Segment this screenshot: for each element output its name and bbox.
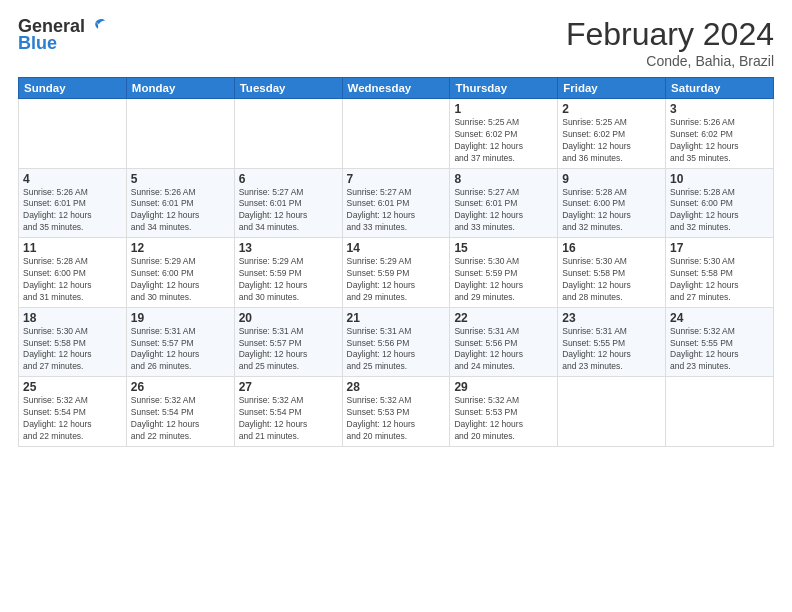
day-number: 10 <box>670 172 769 186</box>
day-header-monday: Monday <box>126 78 234 99</box>
day-info: Sunrise: 5:31 AM Sunset: 5:57 PM Dayligh… <box>131 326 230 374</box>
day-info: Sunrise: 5:25 AM Sunset: 6:02 PM Dayligh… <box>562 117 661 165</box>
day-info: Sunrise: 5:27 AM Sunset: 6:01 PM Dayligh… <box>454 187 553 235</box>
calendar-cell: 7Sunrise: 5:27 AM Sunset: 6:01 PM Daylig… <box>342 168 450 238</box>
week-row-3: 11Sunrise: 5:28 AM Sunset: 6:00 PM Dayli… <box>19 238 774 308</box>
month-title: February 2024 <box>566 16 774 53</box>
week-row-4: 18Sunrise: 5:30 AM Sunset: 5:58 PM Dayli… <box>19 307 774 377</box>
day-number: 23 <box>562 311 661 325</box>
day-number: 26 <box>131 380 230 394</box>
location: Conde, Bahia, Brazil <box>566 53 774 69</box>
day-number: 5 <box>131 172 230 186</box>
day-info: Sunrise: 5:27 AM Sunset: 6:01 PM Dayligh… <box>239 187 338 235</box>
day-info: Sunrise: 5:30 AM Sunset: 5:59 PM Dayligh… <box>454 256 553 304</box>
calendar-cell: 15Sunrise: 5:30 AM Sunset: 5:59 PM Dayli… <box>450 238 558 308</box>
day-number: 7 <box>347 172 446 186</box>
calendar-cell: 28Sunrise: 5:32 AM Sunset: 5:53 PM Dayli… <box>342 377 450 447</box>
day-number: 11 <box>23 241 122 255</box>
day-number: 17 <box>670 241 769 255</box>
day-number: 24 <box>670 311 769 325</box>
calendar-cell: 26Sunrise: 5:32 AM Sunset: 5:54 PM Dayli… <box>126 377 234 447</box>
day-info: Sunrise: 5:32 AM Sunset: 5:54 PM Dayligh… <box>23 395 122 443</box>
calendar-cell: 8Sunrise: 5:27 AM Sunset: 6:01 PM Daylig… <box>450 168 558 238</box>
calendar-cell: 22Sunrise: 5:31 AM Sunset: 5:56 PM Dayli… <box>450 307 558 377</box>
calendar-cell: 17Sunrise: 5:30 AM Sunset: 5:58 PM Dayli… <box>666 238 774 308</box>
title-block: February 2024 Conde, Bahia, Brazil <box>566 16 774 69</box>
day-number: 18 <box>23 311 122 325</box>
calendar-cell: 14Sunrise: 5:29 AM Sunset: 5:59 PM Dayli… <box>342 238 450 308</box>
calendar-cell: 29Sunrise: 5:32 AM Sunset: 5:53 PM Dayli… <box>450 377 558 447</box>
day-info: Sunrise: 5:31 AM Sunset: 5:55 PM Dayligh… <box>562 326 661 374</box>
calendar-cell: 11Sunrise: 5:28 AM Sunset: 6:00 PM Dayli… <box>19 238 127 308</box>
day-info: Sunrise: 5:32 AM Sunset: 5:53 PM Dayligh… <box>454 395 553 443</box>
calendar-cell: 18Sunrise: 5:30 AM Sunset: 5:58 PM Dayli… <box>19 307 127 377</box>
day-info: Sunrise: 5:31 AM Sunset: 5:56 PM Dayligh… <box>454 326 553 374</box>
calendar-cell: 4Sunrise: 5:26 AM Sunset: 6:01 PM Daylig… <box>19 168 127 238</box>
day-header-thursday: Thursday <box>450 78 558 99</box>
day-header-tuesday: Tuesday <box>234 78 342 99</box>
day-number: 2 <box>562 102 661 116</box>
week-row-5: 25Sunrise: 5:32 AM Sunset: 5:54 PM Dayli… <box>19 377 774 447</box>
day-number: 1 <box>454 102 553 116</box>
day-number: 27 <box>239 380 338 394</box>
week-row-1: 1Sunrise: 5:25 AM Sunset: 6:02 PM Daylig… <box>19 99 774 169</box>
calendar-cell: 3Sunrise: 5:26 AM Sunset: 6:02 PM Daylig… <box>666 99 774 169</box>
day-number: 12 <box>131 241 230 255</box>
calendar-cell <box>234 99 342 169</box>
day-number: 13 <box>239 241 338 255</box>
day-number: 16 <box>562 241 661 255</box>
calendar-cell: 23Sunrise: 5:31 AM Sunset: 5:55 PM Dayli… <box>558 307 666 377</box>
day-info: Sunrise: 5:30 AM Sunset: 5:58 PM Dayligh… <box>23 326 122 374</box>
day-info: Sunrise: 5:29 AM Sunset: 5:59 PM Dayligh… <box>239 256 338 304</box>
day-info: Sunrise: 5:31 AM Sunset: 5:56 PM Dayligh… <box>347 326 446 374</box>
calendar-cell <box>126 99 234 169</box>
day-header-friday: Friday <box>558 78 666 99</box>
day-info: Sunrise: 5:29 AM Sunset: 6:00 PM Dayligh… <box>131 256 230 304</box>
logo: General Blue <box>18 16 107 54</box>
day-info: Sunrise: 5:26 AM Sunset: 6:01 PM Dayligh… <box>23 187 122 235</box>
calendar-cell <box>19 99 127 169</box>
day-number: 6 <box>239 172 338 186</box>
calendar-cell <box>666 377 774 447</box>
calendar-cell: 24Sunrise: 5:32 AM Sunset: 5:55 PM Dayli… <box>666 307 774 377</box>
day-number: 20 <box>239 311 338 325</box>
day-number: 9 <box>562 172 661 186</box>
calendar-cell: 16Sunrise: 5:30 AM Sunset: 5:58 PM Dayli… <box>558 238 666 308</box>
day-number: 4 <box>23 172 122 186</box>
calendar-cell: 20Sunrise: 5:31 AM Sunset: 5:57 PM Dayli… <box>234 307 342 377</box>
day-info: Sunrise: 5:32 AM Sunset: 5:55 PM Dayligh… <box>670 326 769 374</box>
day-number: 19 <box>131 311 230 325</box>
calendar: SundayMondayTuesdayWednesdayThursdayFrid… <box>18 77 774 447</box>
day-info: Sunrise: 5:30 AM Sunset: 5:58 PM Dayligh… <box>562 256 661 304</box>
day-header-saturday: Saturday <box>666 78 774 99</box>
day-number: 15 <box>454 241 553 255</box>
day-number: 28 <box>347 380 446 394</box>
day-number: 8 <box>454 172 553 186</box>
calendar-cell: 13Sunrise: 5:29 AM Sunset: 5:59 PM Dayli… <box>234 238 342 308</box>
calendar-cell <box>558 377 666 447</box>
day-info: Sunrise: 5:26 AM Sunset: 6:01 PM Dayligh… <box>131 187 230 235</box>
header: General Blue February 2024 Conde, Bahia,… <box>18 16 774 69</box>
calendar-cell: 10Sunrise: 5:28 AM Sunset: 6:00 PM Dayli… <box>666 168 774 238</box>
days-header-row: SundayMondayTuesdayWednesdayThursdayFrid… <box>19 78 774 99</box>
logo-bird-icon <box>85 16 107 38</box>
day-info: Sunrise: 5:32 AM Sunset: 5:54 PM Dayligh… <box>239 395 338 443</box>
calendar-cell: 6Sunrise: 5:27 AM Sunset: 6:01 PM Daylig… <box>234 168 342 238</box>
day-number: 22 <box>454 311 553 325</box>
day-info: Sunrise: 5:27 AM Sunset: 6:01 PM Dayligh… <box>347 187 446 235</box>
calendar-cell: 27Sunrise: 5:32 AM Sunset: 5:54 PM Dayli… <box>234 377 342 447</box>
day-info: Sunrise: 5:31 AM Sunset: 5:57 PM Dayligh… <box>239 326 338 374</box>
calendar-cell: 19Sunrise: 5:31 AM Sunset: 5:57 PM Dayli… <box>126 307 234 377</box>
day-number: 29 <box>454 380 553 394</box>
day-header-sunday: Sunday <box>19 78 127 99</box>
day-info: Sunrise: 5:25 AM Sunset: 6:02 PM Dayligh… <box>454 117 553 165</box>
calendar-cell: 21Sunrise: 5:31 AM Sunset: 5:56 PM Dayli… <box>342 307 450 377</box>
day-info: Sunrise: 5:28 AM Sunset: 6:00 PM Dayligh… <box>23 256 122 304</box>
day-header-wednesday: Wednesday <box>342 78 450 99</box>
day-info: Sunrise: 5:30 AM Sunset: 5:58 PM Dayligh… <box>670 256 769 304</box>
day-info: Sunrise: 5:29 AM Sunset: 5:59 PM Dayligh… <box>347 256 446 304</box>
day-info: Sunrise: 5:28 AM Sunset: 6:00 PM Dayligh… <box>670 187 769 235</box>
day-number: 14 <box>347 241 446 255</box>
day-info: Sunrise: 5:28 AM Sunset: 6:00 PM Dayligh… <box>562 187 661 235</box>
calendar-cell: 2Sunrise: 5:25 AM Sunset: 6:02 PM Daylig… <box>558 99 666 169</box>
